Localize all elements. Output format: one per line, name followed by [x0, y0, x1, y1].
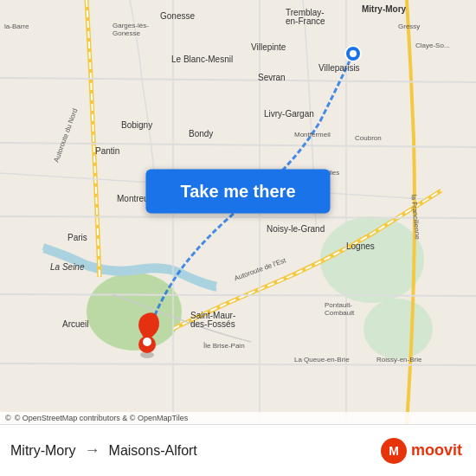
svg-point-53 [143, 338, 151, 346]
svg-text:Bobigny: Bobigny [121, 120, 152, 130]
svg-point-50 [350, 50, 357, 57]
svg-text:Mitry-Mory: Mitry-Mory [362, 4, 407, 14]
svg-text:Garges-lès-: Garges-lès- [113, 22, 149, 29]
svg-point-2 [320, 216, 424, 303]
svg-text:Montfermeil: Montfermeil [294, 131, 331, 138]
moovit-text: moovit [411, 441, 462, 460]
svg-text:Villeparisis: Villeparisis [318, 63, 360, 73]
svg-text:Gressy: Gressy [398, 23, 420, 30]
svg-text:Noisy-le-Grand: Noisy-le-Grand [267, 224, 325, 234]
svg-text:Le Blanc-Mesnil: Le Blanc-Mesnil [171, 55, 233, 64]
bottom-bar: Mitry-Mory → Maisons-Alfort M moovit [0, 424, 476, 476]
svg-text:Gonesse: Gonesse [160, 11, 195, 21]
svg-text:Bondy: Bondy [189, 129, 213, 138]
arrow-icon: → [85, 441, 100, 460]
svg-text:la-Barre: la-Barre [4, 23, 29, 30]
svg-text:La Queue-en-Brie: La Queue-en-Brie [294, 356, 350, 363]
svg-text:Coubron: Coubron [355, 134, 382, 142]
svg-text:Combault: Combault [325, 309, 355, 317]
moovit-logo-icon: M [380, 437, 408, 465]
copyright-icon: © [5, 414, 11, 422]
origin-label: Mitry-Mory [10, 443, 76, 459]
svg-text:Sevran: Sevran [258, 73, 286, 82]
svg-text:M: M [389, 444, 399, 458]
attribution-text: © OpenStreetMap contributors & © OpenMap… [15, 414, 189, 422]
svg-text:Arcueil: Arcueil [62, 319, 89, 329]
svg-text:Claye-So...: Claye-So... [415, 42, 450, 49]
svg-text:Paris: Paris [68, 233, 87, 242]
take-me-there-button[interactable]: Take me there [145, 169, 330, 213]
svg-text:Pantin: Pantin [95, 146, 119, 156]
svg-text:Villepinte: Villepinte [251, 42, 286, 52]
svg-text:Pontault-: Pontault- [325, 301, 352, 309]
svg-text:Livry-Gargan: Livry-Gargan [264, 109, 314, 119]
moovit-logo: M moovit [380, 437, 462, 465]
destination-label: Maisons-Alfort [109, 443, 197, 459]
svg-point-1 [87, 273, 182, 351]
svg-text:Lognes: Lognes [346, 241, 375, 251]
svg-text:en-France: en-France [286, 16, 325, 26]
svg-text:des-Fossés: des-Fossés [190, 319, 235, 329]
svg-text:Gonesse: Gonesse [113, 29, 141, 37]
map-attribution: © © OpenStreetMap contributors & © OpenM… [0, 412, 476, 424]
svg-text:La Seine: La Seine [50, 262, 85, 272]
svg-point-3 [363, 299, 433, 359]
svg-text:Île Brise-Pain: Île Brise-Pain [203, 342, 245, 350]
svg-text:Roissy-en-Brie: Roissy-en-Brie [376, 356, 422, 363]
map-container: Tremblay- en-France Mitry-Mory Gonesse G… [0, 0, 476, 424]
route-info: Mitry-Mory → Maisons-Alfort [10, 441, 197, 460]
